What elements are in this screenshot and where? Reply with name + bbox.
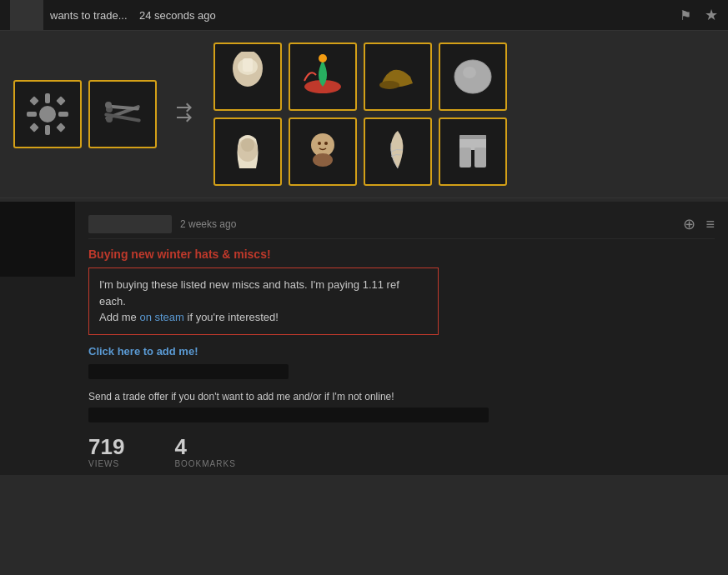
item-box-rock[interactable]: [439, 42, 507, 111]
bookmarks-value: 4: [174, 436, 235, 458]
svg-rect-6: [56, 96, 65, 105]
add-me-url-bar: [88, 364, 289, 379]
post-content: 2 weeks ago ⊕ ≡ Buying new winter hats &…: [75, 202, 728, 475]
svg-rect-5: [29, 96, 38, 105]
post-time: 2 weeks ago: [180, 218, 683, 230]
post-header-actions: ⊕ ≡: [683, 215, 715, 233]
svg-rect-3: [27, 112, 37, 117]
trade-post: 2 weeks ago ⊕ ≡ Buying new winter hats &…: [0, 202, 728, 475]
item-box-beard[interactable]: [289, 118, 357, 186]
item-box-hood[interactable]: [213, 118, 282, 186]
post-plus-icon[interactable]: ⊕: [683, 215, 695, 233]
svg-point-0: [39, 106, 56, 122]
pants-icon: [448, 127, 498, 177]
gear-item-icon: [23, 89, 73, 139]
item-box-pants[interactable]: [439, 118, 507, 186]
item-box-coat[interactable]: [213, 42, 282, 111]
item-beard: [294, 123, 351, 180]
post-body-add-pre: Add me: [99, 311, 139, 323]
trade-offer-url-bar: [88, 408, 489, 422]
top-bar-message: wants to trade... 24 seconds ago: [50, 9, 680, 22]
svg-rect-34: [459, 135, 486, 139]
coat-icon: [223, 52, 273, 102]
item-shoe: [369, 48, 426, 105]
svg-point-28: [313, 153, 333, 167]
stats-row: 719 VIEWS 4 BOOKMARKS: [88, 436, 715, 468]
views-label: VIEWS: [88, 459, 124, 468]
trade-offer-text: Send a trade offer if you don't want to …: [88, 391, 715, 402]
item-nails: [94, 86, 151, 142]
svg-point-22: [463, 67, 476, 78]
svg-rect-33: [474, 148, 486, 168]
views-value: 719: [88, 436, 124, 458]
item-box-gear[interactable]: [13, 80, 82, 148]
svg-rect-2: [45, 125, 50, 135]
trade-time: 24 seconds ago: [139, 9, 216, 22]
svg-rect-8: [56, 122, 65, 132]
items-top-row: [213, 42, 507, 111]
top-bar-actions: ⚑ ★: [680, 6, 718, 24]
svg-point-25: [241, 138, 254, 152]
svg-point-13: [106, 116, 113, 122]
svg-point-19: [319, 54, 327, 62]
svg-point-20: [379, 81, 399, 89]
item-coat: [219, 48, 276, 105]
post-body-line1: I'm buying these listed new miscs and ha…: [99, 277, 428, 309]
svg-rect-32: [459, 148, 471, 168]
wants-to-trade-text: wants to trade...: [50, 9, 128, 22]
post-body-box: I'm buying these listed new miscs and ha…: [88, 268, 439, 335]
post-body-line2: Add me on steam if you're interested!: [99, 309, 428, 326]
item-box-jester-hat[interactable]: [289, 42, 357, 111]
svg-point-29: [318, 142, 321, 145]
hood-icon: [223, 127, 273, 177]
svg-rect-4: [58, 112, 68, 117]
item-feather: [369, 123, 426, 180]
beard-icon: [298, 127, 348, 177]
items-bottom-row: [213, 118, 507, 186]
svg-rect-1: [45, 93, 50, 103]
items-section: [0, 31, 728, 198]
shoe-icon: [373, 52, 423, 102]
add-me-link[interactable]: Click here to add me!: [88, 345, 715, 358]
bookmarks-label: BOOKMARKS: [174, 459, 235, 468]
top-notification-bar: wants to trade... 24 seconds ago ⚑ ★: [0, 0, 728, 31]
item-box-shoe[interactable]: [364, 42, 432, 111]
post-body-steam-link[interactable]: on steam: [139, 311, 183, 323]
section-divider: [0, 198, 728, 198]
jester-hat-icon: [298, 52, 348, 102]
top-avatar: [10, 0, 43, 31]
post-title: Buying new winter hats & miscs!: [88, 248, 715, 261]
svg-point-30: [324, 142, 328, 145]
item-box-nails[interactable]: [88, 80, 157, 148]
flag-icon[interactable]: ⚑: [680, 8, 691, 23]
item-jester-hat: [294, 48, 351, 105]
post-body-add-post: if you're interested!: [184, 311, 279, 323]
svg-rect-7: [29, 122, 38, 132]
shuffle-icon[interactable]: [167, 93, 203, 135]
feather-icon: [373, 127, 423, 177]
items-right-group: [213, 42, 507, 186]
item-box-feather[interactable]: [364, 118, 432, 186]
post-username-box: [88, 215, 172, 233]
shuffle-svg: [173, 100, 197, 123]
item-gear: [19, 86, 76, 142]
post-avatar: [0, 202, 75, 277]
post-header: 2 weeks ago ⊕ ≡: [88, 208, 715, 239]
svg-rect-17: [243, 58, 253, 72]
post-stacks-icon[interactable]: ≡: [705, 216, 715, 233]
star-icon[interactable]: ★: [705, 6, 718, 24]
items-left-group: [13, 80, 157, 148]
nails-item-icon: [98, 89, 148, 139]
bookmarks-stat: 4 BOOKMARKS: [174, 436, 235, 468]
item-pants: [444, 123, 501, 180]
rock-icon: [448, 52, 498, 102]
item-hood: [219, 123, 276, 180]
item-rock: [444, 48, 501, 105]
svg-point-14: [105, 102, 112, 108]
views-stat: 719 VIEWS: [88, 436, 124, 468]
